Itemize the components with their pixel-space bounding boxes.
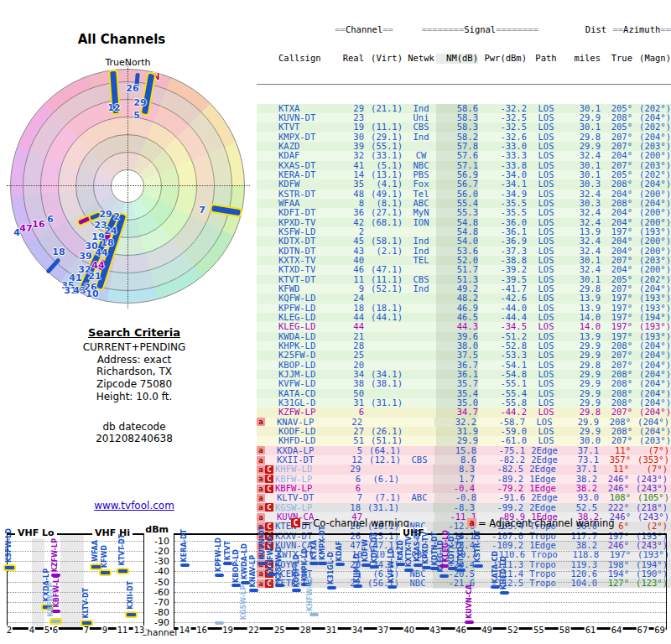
radar-channel-label: 10	[86, 288, 98, 299]
cell-real-channel: 44	[342, 322, 364, 331]
cell-network: ION	[406, 218, 436, 227]
table-row: aKLTV-DT7(7.1)ABC-0.8-91.62Edge93.0108°(…	[257, 493, 671, 502]
cell-callsign: KLEG-LD	[278, 322, 342, 331]
dbm-tick-label: -70	[144, 597, 169, 608]
station-callsign-label: KXTX-TV	[405, 536, 413, 567]
cell-distance-miles: 29.9	[565, 379, 601, 388]
co-channel-warning-badge: C	[265, 485, 273, 493]
cell-azimuth-magnetic: (204°)	[632, 408, 671, 417]
azimuth-group-header: ==Azimuth==	[606, 25, 671, 35]
station-signal-marker	[125, 611, 138, 618]
station-callsign-label: KPXD-TV	[422, 532, 429, 564]
station-signal-marker	[336, 563, 345, 566]
station-signal-marker	[267, 573, 276, 576]
cell-virtual-channel: (44.1)	[364, 313, 406, 322]
channel-tick-label: 46	[455, 626, 467, 635]
channel-tick-label: 52	[507, 626, 519, 635]
channel-tick-label: 64	[611, 626, 623, 635]
cell-nm-db: 29.9	[436, 436, 478, 445]
cell-azimuth-true: 204°	[601, 208, 632, 217]
co-channel-warning-badge: C	[265, 465, 273, 474]
station-callsign-label: KDFI-DT	[371, 532, 378, 564]
radar-channel-label: 16	[32, 219, 44, 230]
channel-tick-label: 61	[585, 626, 597, 635]
station-signal-marker	[456, 569, 466, 572]
station-signal-marker	[231, 584, 241, 587]
radar-channel-label: 12	[107, 102, 120, 113]
cell-network: Ind	[406, 284, 436, 293]
dbm-gridline	[8, 622, 143, 623]
cell-virtual-channel: (68.1)	[364, 218, 406, 227]
cell-distance-miles: 29.8	[565, 408, 601, 417]
station-signal-marker	[215, 621, 224, 625]
table-row: K25FW-D2537.5-53.3LOS29.9207°(204°)	[257, 351, 671, 360]
station-callsign-label: KXAS-DT	[414, 528, 421, 562]
cell-callsign: KQFW-LD	[278, 293, 342, 303]
dbm-tick-label: -50	[144, 577, 169, 588]
station-callsign-label: KTXA	[310, 540, 318, 560]
station-callsign-label: KTVT	[224, 541, 231, 560]
cell-real-channel: 36	[342, 208, 364, 217]
adjacent-warning-badge: a	[257, 456, 265, 465]
cell-azimuth-true: 208°	[601, 379, 632, 388]
vhf-hi-label: VHF Hi	[92, 527, 133, 538]
channel-tick-label: 67	[637, 626, 649, 635]
channel-tick-label: 2	[6, 626, 13, 635]
station-callsign-label: KTXD-TV	[457, 535, 465, 567]
channel-group-header: ==Channel==	[335, 25, 393, 35]
cell-azimuth-magnetic: (204°)	[632, 351, 671, 360]
cell-path: 2Edge	[525, 493, 564, 502]
dbm-gridline	[8, 602, 143, 603]
station-callsign-label: K31GL-D	[327, 552, 335, 584]
cell-callsign: K25FW-D	[278, 351, 342, 360]
channel-tick-label: 31	[325, 626, 338, 635]
station-signal-marker	[3, 564, 16, 571]
station-callsign-label: KLTV-DT	[82, 588, 90, 618]
table-row: aCKHFW-LD298.3-82.52Edge37.111°(7°)	[257, 465, 671, 474]
station-signal-marker	[500, 591, 509, 595]
radar-channel-label: 6	[47, 214, 54, 225]
table-row: KLEG-LD4444.3-34.5LOS14.0197°(193°)	[257, 322, 671, 331]
radar-title: All Channels	[25, 32, 218, 47]
station-signal-marker	[491, 585, 500, 589]
cell-azimuth-magnetic: (200°)	[632, 265, 671, 274]
cell-callsign: KDFI-DT	[278, 208, 342, 217]
table-row: KDFW35(4.1)Fox56.7-34.1LOS30.3208°(204°)	[257, 179, 671, 189]
cell-azimuth-true: 108°	[599, 493, 631, 502]
cell-callsign: KTXD-TV	[278, 265, 342, 274]
co-channel-warning-badge: C	[265, 522, 273, 531]
station-signal-marker	[49, 618, 62, 625]
station-callsign-label: KUVN-CA	[466, 584, 473, 619]
cell-real-channel: 24	[342, 293, 364, 303]
dbm-tick-label: -80	[144, 607, 169, 618]
radar-channel-label: 5	[133, 110, 140, 121]
channel-axis-label: Channel	[141, 627, 173, 637]
cell-nm-db: 44.3	[436, 322, 478, 331]
radar-channel-label: 26	[126, 83, 138, 94]
table-row: KZFW-LP634.7-44.2LOS29.8207°(204°)	[257, 408, 671, 417]
cell-azimuth-true: 197°	[601, 322, 632, 331]
station-callsign-label: KBFW-LP	[47, 583, 55, 617]
station-callsign-label: KMPX-DT	[319, 526, 326, 560]
adjacent-warning-badge: a	[257, 485, 265, 493]
table-column-headers: Callsign Real (Virt) Netwk NM(dB) Pwr(dB…	[257, 54, 671, 64]
cell-path: 2Edge	[523, 465, 562, 474]
co-channel-legend-icon: C	[291, 518, 300, 527]
radar-channel-label: 2	[113, 211, 120, 222]
cell-power-dbm: -44.2	[478, 408, 527, 417]
search-criteria-line: Zipcode 75080	[34, 378, 235, 390]
station-signal-marker	[370, 565, 379, 569]
channel-tick-label: 69	[653, 626, 666, 635]
table-row: KHFD-LD51(51.1)29.9-61.0LOS30.0207°(203°…	[257, 436, 671, 445]
cell-network: Ind	[406, 236, 436, 246]
cell-callsign: KZFW-LP	[278, 408, 342, 417]
station-signal-marker	[404, 569, 414, 572]
station-callsign-label: KFWD	[101, 545, 108, 568]
station-callsign-label: KGSW-LP	[240, 585, 247, 620]
station-signal-marker	[81, 620, 93, 626]
cell-real-channel: 46	[342, 265, 364, 274]
channel-tick-label: 49	[481, 626, 493, 635]
cell-callsign: KVFW-LD	[278, 379, 342, 388]
tvfool-link[interactable]: www.tvfool.com	[94, 500, 174, 512]
cell-azimuth-magnetic: (203°)	[632, 436, 671, 445]
